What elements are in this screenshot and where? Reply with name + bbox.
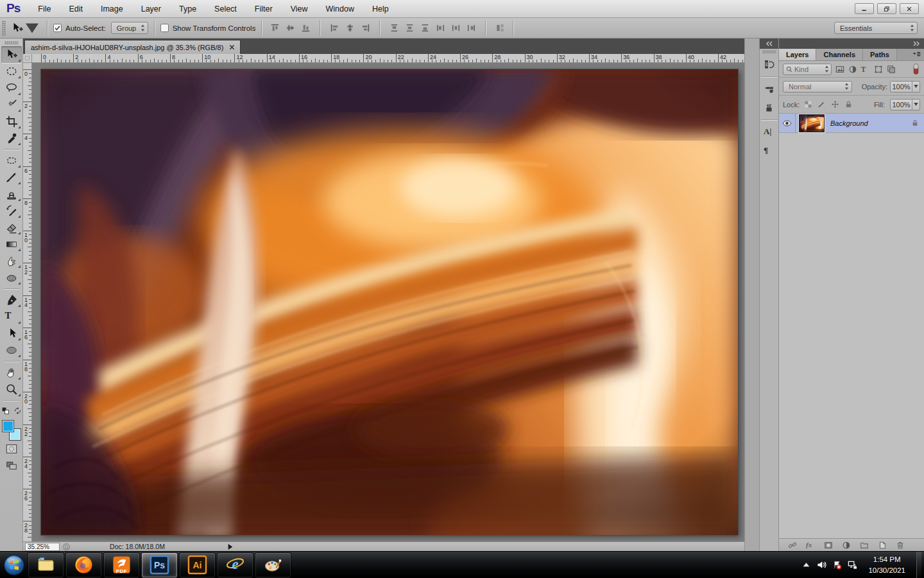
screen-mode[interactable] bbox=[1, 457, 22, 474]
brush-tool[interactable] bbox=[1, 169, 22, 186]
align-horizontal-centers[interactable] bbox=[343, 21, 357, 35]
foreground-color-swatch[interactable] bbox=[2, 420, 14, 432]
layer-style[interactable]: fx bbox=[805, 540, 816, 550]
distribute-right-edges[interactable] bbox=[464, 21, 478, 35]
document-size-readout[interactable]: Doc: 18.0M/18.0M bbox=[73, 543, 201, 550]
show-desktop-button[interactable] bbox=[916, 552, 921, 578]
distribute-bottom-edges[interactable] bbox=[418, 21, 432, 35]
taskbar-app-illustrator[interactable]: Ai bbox=[179, 552, 216, 578]
taskbar-app-photoshop[interactable]: Ps bbox=[141, 552, 178, 578]
sponge-tool[interactable] bbox=[1, 269, 22, 286]
options-bar-grip[interactable] bbox=[2, 21, 6, 36]
menu-select[interactable]: Select bbox=[205, 0, 246, 17]
tools-panel-grip[interactable] bbox=[4, 41, 19, 44]
layer-row-Background[interactable]: Background bbox=[779, 114, 924, 133]
status-menu-arrow-icon[interactable] bbox=[227, 543, 234, 550]
hand-tool[interactable] bbox=[1, 364, 22, 381]
filter-smart-objects[interactable] bbox=[885, 64, 897, 74]
opacity-field[interactable]: 100% bbox=[890, 81, 920, 92]
fill-field[interactable]: 100% bbox=[890, 99, 920, 110]
align-vertical-centers[interactable] bbox=[283, 21, 297, 35]
taskbar-app-firefox[interactable] bbox=[65, 552, 102, 578]
menu-help[interactable]: Help bbox=[363, 0, 398, 17]
delete-layer[interactable] bbox=[894, 540, 906, 550]
lasso-tool[interactable] bbox=[1, 80, 22, 96]
paragraph-panel[interactable]: ¶ bbox=[761, 143, 778, 159]
taskbar-app-foxit-reader[interactable]: PDF bbox=[103, 552, 140, 578]
history-panel[interactable] bbox=[761, 57, 778, 73]
taskbar-app-windows-explorer[interactable] bbox=[28, 552, 64, 578]
document-tab[interactable]: ashim-d-silva-iHJOHaUD8RY-unsplash.jpg @… bbox=[24, 40, 241, 54]
link-layers[interactable] bbox=[787, 540, 798, 550]
ruler-origin-corner[interactable] bbox=[23, 54, 32, 62]
auto-select-target-dropdown[interactable]: Group bbox=[111, 22, 148, 34]
elliptical-marquee-tool[interactable] bbox=[1, 63, 22, 80]
restore-button[interactable] bbox=[877, 3, 896, 14]
history-brush-tool[interactable] bbox=[1, 202, 22, 219]
panel-menu-button[interactable] bbox=[909, 49, 924, 60]
lock-all[interactable] bbox=[843, 99, 854, 110]
filter-type-layers[interactable]: T bbox=[859, 64, 871, 74]
crop-tool[interactable] bbox=[1, 113, 22, 130]
vertical-ruler[interactable]: 0246810121416182022242628 bbox=[23, 63, 32, 541]
gradient-tool[interactable] bbox=[1, 236, 22, 252]
tab-layers[interactable]: Layers bbox=[779, 49, 816, 60]
lock-transparent-pixels[interactable] bbox=[802, 99, 814, 110]
menu-filter[interactable]: Filter bbox=[246, 0, 282, 17]
clock[interactable]: 1:54 PM 10/30/2021 bbox=[863, 554, 911, 575]
canvas-image[interactable] bbox=[41, 69, 738, 535]
layer-thumbnail[interactable] bbox=[799, 114, 825, 132]
ellipse-tool[interactable] bbox=[1, 342, 22, 358]
menu-edit[interactable]: Edit bbox=[60, 0, 92, 17]
swap-colors[interactable] bbox=[13, 406, 22, 417]
magic-wand-tool[interactable] bbox=[1, 96, 22, 113]
add-layer-mask[interactable] bbox=[823, 540, 834, 550]
tab-channels[interactable]: Channels bbox=[816, 49, 863, 60]
menu-window[interactable]: Window bbox=[317, 0, 363, 17]
pen-tool[interactable] bbox=[1, 292, 22, 308]
menu-layer[interactable]: Layer bbox=[132, 0, 170, 17]
align-top-edges[interactable] bbox=[268, 21, 282, 35]
smudge-tool[interactable] bbox=[1, 252, 22, 269]
blend-mode-dropdown[interactable]: Normal bbox=[783, 81, 852, 92]
quick-mask-mode[interactable] bbox=[1, 441, 22, 457]
filter-pixel-layers[interactable] bbox=[834, 64, 846, 74]
tray-show-hidden-icons[interactable] bbox=[801, 560, 811, 570]
new-group[interactable] bbox=[859, 540, 870, 550]
tray-network[interactable] bbox=[848, 560, 857, 570]
strip-grip[interactable] bbox=[762, 50, 776, 53]
auto-align-layers[interactable] bbox=[493, 21, 507, 35]
tool-presets-panel[interactable] bbox=[761, 100, 778, 116]
filter-shape-layers[interactable] bbox=[872, 64, 884, 74]
horizontal-ruler[interactable]: 024681012141618202224262830323436384042 bbox=[32, 54, 744, 62]
clone-stamp-tool[interactable] bbox=[1, 186, 22, 202]
character-panel[interactable]: A| bbox=[761, 124, 778, 140]
distribute-horizontal-centers[interactable] bbox=[449, 21, 463, 35]
current-tool-preset[interactable] bbox=[8, 21, 41, 36]
tray-volume[interactable] bbox=[817, 560, 826, 570]
taskbar-app-paint[interactable] bbox=[255, 552, 291, 578]
tray-action-center[interactable] bbox=[832, 560, 842, 570]
brush-presets-panel[interactable] bbox=[761, 81, 778, 97]
show-transform-checkbox[interactable] bbox=[160, 24, 169, 32]
distribute-left-edges[interactable] bbox=[433, 21, 447, 35]
eraser-tool[interactable] bbox=[1, 219, 22, 236]
start-button[interactable] bbox=[1, 552, 27, 578]
expand-panels-header[interactable] bbox=[760, 39, 778, 49]
tab-paths[interactable]: Paths bbox=[863, 49, 897, 60]
menu-file[interactable]: File bbox=[29, 0, 60, 17]
filter-kind-dropdown[interactable]: Kind bbox=[783, 64, 832, 75]
align-right-edges[interactable] bbox=[358, 21, 372, 35]
auto-select-checkbox[interactable] bbox=[53, 24, 62, 32]
default-colors[interactable] bbox=[1, 406, 10, 417]
new-layer[interactable] bbox=[877, 540, 888, 550]
menu-image[interactable]: Image bbox=[92, 0, 132, 17]
eyedropper-tool[interactable] bbox=[1, 130, 22, 146]
taskbar-app-internet-explorer[interactable]: e bbox=[217, 552, 253, 578]
zoom-tool[interactable] bbox=[1, 381, 22, 398]
align-left-edges[interactable] bbox=[327, 21, 341, 35]
layer-visibility-cell[interactable] bbox=[779, 114, 796, 132]
close-button[interactable] bbox=[900, 3, 919, 14]
workspace-switcher[interactable]: Essentials bbox=[834, 22, 918, 34]
menu-type[interactable]: Type bbox=[170, 0, 205, 17]
